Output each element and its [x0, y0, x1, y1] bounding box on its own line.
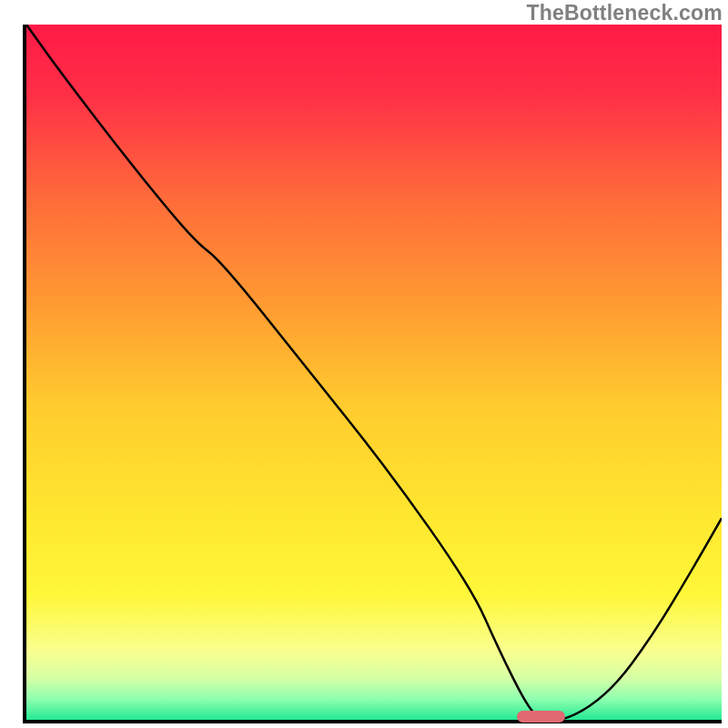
chart-container: TheBottleneck.com: [0, 0, 728, 728]
bottleneck-curve: [26, 25, 722, 720]
sweet-spot-marker: [517, 711, 565, 723]
watermark-text: TheBottleneck.com: [526, 1, 723, 25]
chart-plot-area: [23, 25, 722, 723]
